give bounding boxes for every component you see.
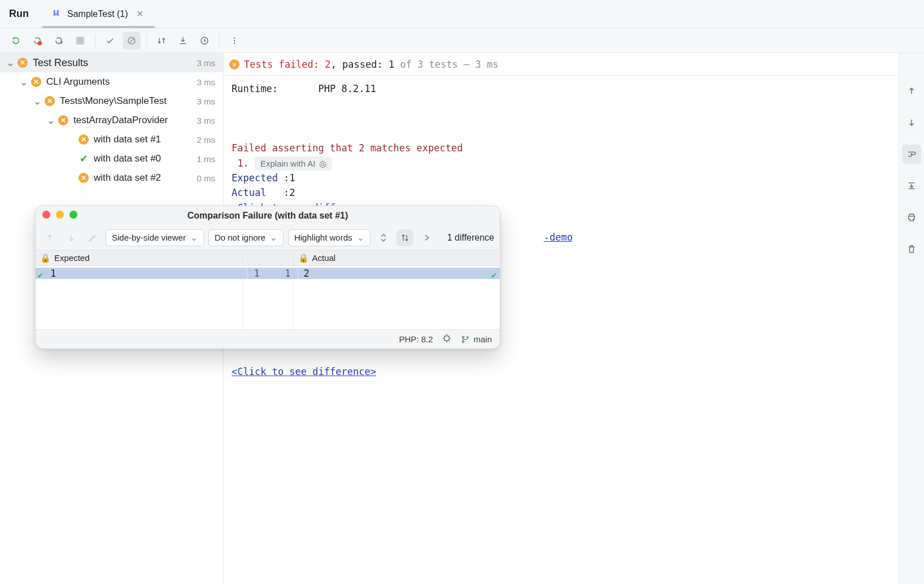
ignore-mode-select[interactable]: Do not ignore⌄ xyxy=(208,229,284,246)
status-fail-icon: ✕ xyxy=(58,115,69,126)
comparison-failure-dialog[interactable]: Comparison Failure (with data set #1) Si… xyxy=(35,206,500,349)
history-button[interactable] xyxy=(195,32,213,50)
diff-toolbar: Side-by-side viewer⌄ Do not ignore⌄ High… xyxy=(36,225,500,250)
close-icon[interactable]: ✕ xyxy=(134,7,146,20)
next-diff-button[interactable] xyxy=(63,229,80,246)
diff-body[interactable]: ✔1 11 2✔ xyxy=(36,266,500,329)
see-difference-link-2[interactable]: <Click to see difference> xyxy=(232,366,376,377)
assertion-error: Failed asserting that 2 matches expected xyxy=(232,142,469,154)
chevron-down-icon[interactable]: ⌄ xyxy=(33,95,42,107)
tree-node-dataset-2[interactable]: ✕ with data set #2 0 ms xyxy=(0,168,223,188)
collapse-unchanged-button[interactable] xyxy=(375,229,392,246)
diff-empty xyxy=(36,281,500,329)
svg-point-4 xyxy=(234,40,235,41)
separator xyxy=(146,34,147,47)
actual-label: Actual : xyxy=(232,187,289,198)
node-label: Test Results xyxy=(33,57,197,69)
svg-point-0 xyxy=(38,41,42,45)
window-controls xyxy=(42,211,77,219)
actual-value: 2 xyxy=(289,187,295,198)
prev-diff-button[interactable] xyxy=(41,229,58,246)
status-fail-icon: ✕ xyxy=(44,95,55,107)
node-duration: 1 ms xyxy=(197,154,215,164)
rerun-button[interactable] xyxy=(7,32,25,50)
more-button[interactable] xyxy=(225,32,243,50)
sync-scroll-button[interactable] xyxy=(396,229,413,246)
stop-button[interactable] xyxy=(71,32,89,50)
tree-node-testarraydataprovider[interactable]: ⌄ ✕ testArrayDataProvider 3 ms xyxy=(0,111,223,130)
node-duration: 3 ms xyxy=(197,116,215,125)
import-button[interactable] xyxy=(174,32,192,50)
status-fail-icon: ✕ xyxy=(30,76,42,88)
tree-node-root[interactable]: ⌄ ✕ Test Results 3 ms xyxy=(0,53,223,72)
phpunit-icon xyxy=(51,8,62,20)
test-tree[interactable]: ⌄ ✕ Test Results 3 ms ⌄ ✕ CLI Arguments … xyxy=(0,53,223,188)
scroll-to-end-button[interactable] xyxy=(902,176,921,195)
zoom-window-button[interactable] xyxy=(69,211,77,219)
show-passed-toggle[interactable] xyxy=(101,32,119,50)
prev-occurrence-button[interactable] xyxy=(902,81,921,101)
diff-header: 🔒Expected 🔒Actual xyxy=(36,250,500,266)
git-branch-widget[interactable]: main xyxy=(461,334,492,344)
chevron-down-icon[interactable]: ⌄ xyxy=(46,115,55,127)
run-tab-sampletest[interactable]: SampleTest (1) ✕ xyxy=(42,0,155,28)
svg-point-9 xyxy=(467,336,469,338)
svg-point-5 xyxy=(234,42,235,43)
tree-node-sampletest[interactable]: ⌄ ✕ Tests\Money\SampleTest 3 ms xyxy=(0,91,223,111)
sort-button[interactable] xyxy=(152,32,171,50)
expected-value: 1 xyxy=(289,172,295,184)
lock-icon: 🔒 xyxy=(298,253,309,263)
tree-node-cli-arguments[interactable]: ⌄ ✕ CLI Arguments 3 ms xyxy=(0,72,223,91)
tree-node-dataset-0[interactable]: ✔ with data set #0 1 ms xyxy=(0,149,223,168)
actual-header: 🔒Actual xyxy=(294,250,500,265)
summary-failed: Tests failed: 2 xyxy=(244,59,331,70)
toggle-autotest-button[interactable] xyxy=(50,32,68,50)
node-label: with data set #0 xyxy=(94,153,197,164)
run-toolbar xyxy=(0,28,924,53)
minimize-window-button[interactable] xyxy=(56,211,64,219)
print-button[interactable] xyxy=(902,208,921,227)
close-window-button[interactable] xyxy=(42,211,50,219)
node-duration: 2 ms xyxy=(197,135,215,145)
edit-button[interactable] xyxy=(84,229,101,246)
diff-count: 1 difference xyxy=(447,233,494,243)
toolwindow-label: Run xyxy=(9,0,29,28)
highlight-mode-select[interactable]: Highlight words⌄ xyxy=(288,229,371,246)
show-ignored-toggle[interactable] xyxy=(123,32,141,50)
settings-button[interactable] xyxy=(418,229,435,246)
rerun-failed-button[interactable] xyxy=(28,32,46,50)
test-summary: ✕ Tests failed: 2, passed: 1 of 3 tests … xyxy=(224,53,898,76)
line-right: 1 xyxy=(285,268,290,279)
chevron-down-icon[interactable]: ⌄ xyxy=(6,56,15,69)
node-duration: 3 ms xyxy=(197,97,215,106)
viewer-mode-select[interactable]: Side-by-side viewer⌄ xyxy=(106,229,204,246)
lock-icon: 🔒 xyxy=(40,253,51,263)
chevron-down-icon[interactable]: ⌄ xyxy=(19,76,28,88)
node-duration: 3 ms xyxy=(197,77,215,87)
node-label: with data set #1 xyxy=(94,134,197,145)
debug-icon[interactable] xyxy=(442,333,452,345)
expected-header: 🔒Expected xyxy=(36,250,243,265)
actual-value: 2 xyxy=(304,268,310,279)
php-version-widget[interactable]: PHP: 8.2 xyxy=(399,334,433,344)
check-icon: ✔ xyxy=(491,270,496,280)
expected-label: Expected : xyxy=(232,172,289,184)
softwrap-button[interactable] xyxy=(902,145,921,164)
diff-row[interactable]: ✔1 11 2✔ xyxy=(36,266,500,281)
dialog-title: Comparison Failure (with data set #1) xyxy=(188,211,348,221)
dialog-titlebar[interactable]: Comparison Failure (with data set #1) xyxy=(36,206,500,225)
demo-link-fragment[interactable]: -demo xyxy=(544,232,573,243)
explain-with-ai-button[interactable]: Explain with AI ◎ xyxy=(255,156,332,171)
clear-all-button[interactable] xyxy=(902,239,921,259)
next-occurrence-button[interactable] xyxy=(902,113,921,132)
tree-node-dataset-1[interactable]: ✕ with data set #1 2 ms xyxy=(0,130,223,149)
runtime-value: PHP 8.2.11 xyxy=(319,83,376,94)
tab-underline xyxy=(42,26,155,28)
separator xyxy=(219,34,220,47)
tab-label: SampleTest (1) xyxy=(67,9,128,19)
expected-value: 1 xyxy=(50,268,56,279)
node-duration: 0 ms xyxy=(197,173,215,183)
chevron-down-icon: ⌄ xyxy=(190,233,198,243)
status-fail-icon: ✕ xyxy=(229,59,239,69)
ai-icon: ◎ xyxy=(319,157,326,170)
